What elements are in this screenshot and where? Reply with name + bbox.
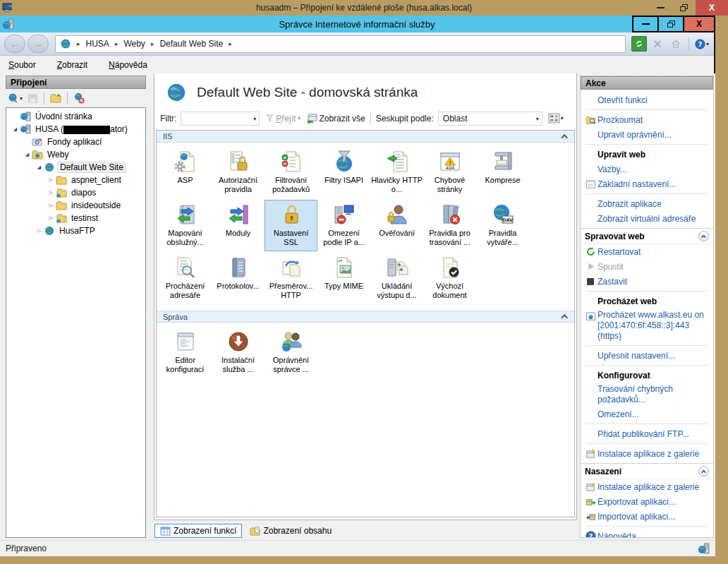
breadcrumb-item-sites[interactable]: Weby — [123, 39, 145, 49]
action-view-virtual-directories[interactable]: Zobrazit virtuální adresáře — [581, 211, 713, 226]
group-header-sprava[interactable]: Správa — [157, 311, 574, 323]
feature-installer-service[interactable]: Instalační služba ... — [212, 327, 265, 378]
save-connections-button[interactable] — [26, 92, 40, 104]
action-restart[interactable]: Restartovat — [581, 244, 713, 259]
rdp-close-button[interactable]: X — [696, 0, 728, 16]
collapse-chevron-icon[interactable] — [561, 133, 568, 140]
forward-button[interactable]: → — [28, 35, 49, 53]
menu-file[interactable]: Soubor — [8, 60, 36, 70]
action-explore[interactable]: Prozkoumat — [581, 112, 713, 127]
feature-http-redirect[interactable]: Přesměrov... HTTP — [265, 253, 317, 304]
iis-restore-button[interactable] — [657, 16, 683, 32]
action-failed-request-tracing[interactable]: Trasování chybných požadavků... — [581, 383, 713, 407]
menu-help[interactable]: Nápověda — [109, 60, 147, 70]
action-basic-settings[interactable]: Základní nastavení... — [581, 176, 713, 191]
tree-item-diapos[interactable]: ▷ diapos — [6, 186, 145, 199]
feature-authorization-rules[interactable]: Autorizační pravidla — [212, 147, 265, 198]
feature-http-response-headers[interactable]: Hlavičky HTTP o... — [370, 147, 423, 198]
action-browse-site-link[interactable]: Procházet www.alkast.eu on [2001:470:6f:… — [581, 308, 713, 343]
feature-asp[interactable]: ASP — [159, 147, 212, 198]
action-edit-permissions[interactable]: Upravit oprávnění... — [581, 127, 713, 142]
action-advanced-settings[interactable]: Upřesnit nastavení... — [581, 348, 713, 363]
feature-default-document[interactable]: Výchozí dokument — [423, 253, 476, 304]
section-manage-website[interactable]: Spravovat web — [581, 228, 713, 244]
action-stop[interactable]: Zastavit — [581, 274, 713, 289]
create-connection-button[interactable]: ▾ — [6, 92, 24, 104]
feature-isapi-filters[interactable]: Filtry ISAPI — [317, 147, 370, 198]
new-folder-button[interactable] — [49, 92, 63, 104]
feature-handler-mappings[interactable]: Mapování obslužný... — [159, 200, 212, 251]
action-add-ftp-publishing[interactable]: Přidat publikování FTP... — [581, 426, 713, 441]
feature-authentication[interactable]: Ověřování — [370, 200, 423, 251]
filter-input[interactable]: ▾ — [181, 112, 260, 126]
tree-item-server-husa[interactable]: ◢ HUSA (ator) — [6, 123, 145, 136]
action-install-app-gallery[interactable]: Instalace aplikace z galerie — [581, 446, 713, 461]
tab-content-view[interactable]: Zobrazení obsahu — [245, 524, 336, 537]
group-by-select[interactable]: Oblast▾ — [438, 112, 542, 126]
feature-failed-request-tracing[interactable]: Pravidla pro trasování ... — [423, 200, 476, 251]
feature-ssl-settings[interactable]: Nastavení SSL — [265, 200, 317, 251]
tree-item-testinst[interactable]: ▷ testinst — [6, 212, 145, 224]
action-limits[interactable]: Omezení... — [581, 407, 713, 421]
address-box[interactable]: ▸ HUSA ▸ Weby ▸ Default Web Site ▸ — [55, 35, 626, 53]
action-help[interactable]: ? Nápověda — [581, 529, 713, 537]
menu-view[interactable]: Zobrazit — [57, 60, 87, 70]
help-menu-button[interactable]: ? ▾ — [694, 36, 710, 52]
view-selector-icon[interactable] — [548, 113, 560, 124]
tree-item-aspnet-client[interactable]: ▷ aspnet_client — [6, 174, 145, 186]
rdp-restore-button[interactable] — [672, 0, 696, 16]
feature-configuration-editor[interactable]: Editor konfigurací — [159, 327, 212, 378]
show-all-button[interactable]: Zobrazit vše — [319, 114, 365, 124]
tree-expander-collapsed[interactable]: ▷ — [35, 228, 44, 234]
section-deploy[interactable]: Nasazení — [581, 463, 713, 479]
action-deploy-install-app-gallery[interactable]: Instalace aplikace z galerie — [581, 479, 713, 494]
feature-request-filtering[interactable]: Filtrování požadavků — [265, 147, 317, 198]
feature-authoring-rules[interactable]: DAV Pravidla vytváře... — [476, 200, 529, 251]
filter-go-button[interactable]: Přejít — [276, 114, 296, 124]
tab-features-view[interactable]: Zobrazení funkcí — [154, 524, 242, 538]
feature-manager-permissions[interactable]: Oprávnění správce ... — [265, 327, 317, 378]
feature-directory-browsing[interactable]: Procházení adresáře — [159, 253, 212, 304]
tree-expander-expanded[interactable]: ◢ — [23, 152, 32, 157]
action-view-applications[interactable]: Zobrazit aplikace — [581, 196, 713, 211]
feature-output-caching[interactable]: Ukládání výstupu d... — [370, 253, 423, 304]
tree-expander-expanded[interactable]: ◢ — [11, 126, 20, 132]
breadcrumb-item-default-web-site[interactable]: Default Web Site — [159, 39, 223, 49]
feature-error-pages[interactable]: !404 Chybové stránky — [423, 147, 476, 198]
group-header-iis[interactable]: IIS — [157, 131, 574, 143]
features-view-icon — [160, 527, 171, 536]
collapse-circle-chevron-icon[interactable] — [698, 231, 709, 241]
refresh-button[interactable] — [631, 36, 647, 52]
tree-item-default-web-site[interactable]: ◢ Default Web Site — [6, 161, 145, 174]
tree-item-sites[interactable]: ◢ Weby — [6, 148, 145, 161]
tree-item-husaftp[interactable]: ▷ HusaFTP — [6, 224, 145, 237]
iis-minimize-button[interactable] — [632, 16, 657, 32]
collapse-chevron-icon[interactable] — [561, 314, 568, 321]
tree-item-application-pools[interactable]: Fondy aplikací — [6, 136, 145, 148]
feature-compression[interactable]: Komprese — [476, 147, 529, 198]
tree-expander-collapsed[interactable]: ▷ — [47, 215, 56, 221]
tree-expander-collapsed[interactable]: ▷ — [47, 203, 56, 208]
action-export-application[interactable]: Exportovat aplikaci... — [581, 494, 713, 509]
action-open-feature[interactable]: Otevřít funkci — [581, 92, 713, 107]
feature-modules[interactable]: Moduly — [212, 200, 265, 251]
action-start[interactable]: Spustit — [581, 259, 713, 274]
collapse-circle-chevron-icon[interactable] — [698, 466, 709, 476]
stop-button[interactable]: ✕ — [650, 36, 665, 52]
feature-mime-types[interactable]: Typy MIME — [317, 253, 370, 304]
action-import-application[interactable]: Importovat aplikaci... — [581, 509, 713, 524]
tree-expander-expanded[interactable]: ◢ — [35, 164, 44, 170]
home-button[interactable] — [668, 36, 684, 52]
tree-expander-collapsed[interactable]: ▷ — [47, 177, 56, 183]
feature-ip-restrictions[interactable]: Omezení podle IP a... — [317, 200, 370, 251]
tree-item-insideoutside[interactable]: ▷ insideoutside — [6, 199, 145, 212]
tree-item-start-page[interactable]: Úvodní stránka — [6, 110, 145, 123]
action-bindings[interactable]: Vazby... — [581, 162, 713, 176]
tree-expander-collapsed[interactable]: ▷ — [47, 190, 56, 196]
iis-close-button[interactable]: X — [683, 16, 715, 32]
disconnect-button[interactable] — [72, 92, 86, 104]
back-button[interactable]: ← — [4, 35, 25, 53]
rdp-minimize-button[interactable] — [649, 0, 672, 16]
feature-logging[interactable]: Protokolov... — [212, 253, 265, 304]
breadcrumb-item-server[interactable]: HUSA — [86, 39, 109, 49]
